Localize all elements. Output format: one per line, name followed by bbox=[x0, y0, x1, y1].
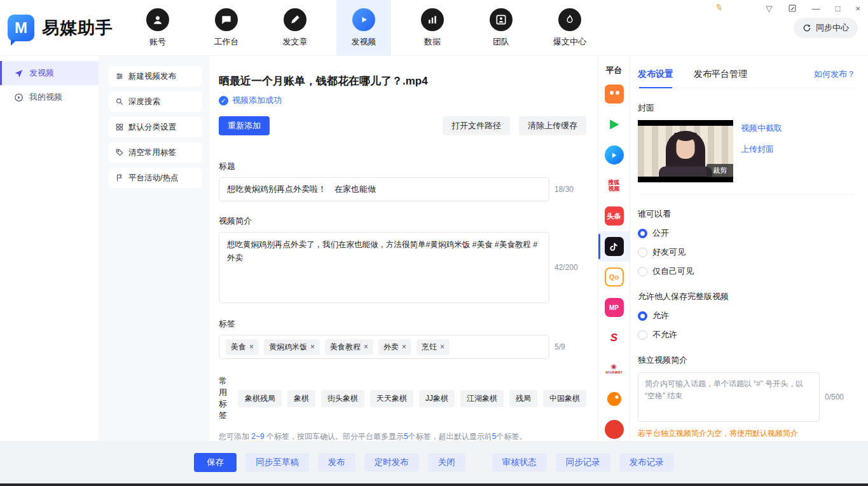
sync-records-button[interactable]: 同步记录 bbox=[556, 453, 610, 472]
clear-common-tags-button[interactable]: 清空常用标签 bbox=[109, 142, 202, 163]
tag-remove-icon[interactable]: × bbox=[249, 342, 254, 351]
crop-button[interactable]: 裁剪 bbox=[706, 164, 733, 177]
platform-huawei[interactable]: ❀HUAWEI bbox=[598, 353, 630, 384]
tab-platform-management[interactable]: 发布平台管理 bbox=[694, 69, 747, 80]
search-icon bbox=[115, 97, 124, 106]
default-category-button[interactable]: 默认分类设置 bbox=[109, 117, 202, 137]
common-tag-chip[interactable]: 中国象棋 bbox=[543, 390, 586, 407]
review-status-button[interactable]: 审核状态 bbox=[492, 453, 547, 472]
minimize-button[interactable]: — bbox=[812, 4, 820, 13]
platform-dayu[interactable] bbox=[598, 384, 630, 414]
chat-icon bbox=[215, 8, 238, 31]
common-tag-chip[interactable]: 残局 bbox=[509, 390, 537, 407]
platform-sina[interactable]: S bbox=[598, 323, 630, 353]
sync-center-button[interactable]: 同步中心 bbox=[794, 18, 858, 38]
window-bottom-edge bbox=[0, 483, 868, 486]
allow-save-option-allow[interactable]: 允许 bbox=[638, 310, 855, 321]
tag-remove-icon[interactable]: × bbox=[364, 342, 368, 351]
capture-from-video-link[interactable]: 视频中截取 bbox=[741, 123, 782, 134]
huawei-icon: ❀HUAWEI bbox=[605, 359, 624, 378]
maximize-button[interactable]: □ bbox=[836, 4, 841, 13]
readd-button[interactable]: 重新添加 bbox=[219, 116, 270, 135]
tag-label: 烹饪 bbox=[422, 342, 437, 353]
tags-input[interactable]: 美食× 黄焖鸡米饭× 美食教程× 外卖× 烹饪× bbox=[219, 335, 549, 359]
nav-label: 发文章 bbox=[283, 36, 308, 48]
radio-label: 公开 bbox=[652, 227, 669, 239]
tag-remove-icon[interactable]: × bbox=[310, 342, 315, 351]
kuaishou-icon bbox=[605, 84, 624, 104]
common-tag-chip[interactable]: 江湖象棋 bbox=[460, 390, 504, 407]
save-button[interactable]: 保存 bbox=[194, 453, 237, 472]
new-video-publish-button[interactable]: 新建视频发布 bbox=[109, 66, 202, 86]
allow-save-label: 允许他人保存完整版视频 bbox=[638, 291, 855, 302]
platform-qq[interactable]: Qo bbox=[598, 262, 630, 292]
common-tag-chip[interactable]: JJ象棋 bbox=[419, 390, 455, 407]
network-status-icon[interactable]: ▽ bbox=[766, 4, 773, 13]
common-tag-chip[interactable]: 象棋 bbox=[287, 390, 315, 407]
clear-upload-cache-button[interactable]: 清除上传缓存 bbox=[519, 116, 586, 135]
cover-thumbnail[interactable]: 裁剪 bbox=[638, 120, 733, 182]
platform-kuaishou[interactable] bbox=[598, 79, 630, 109]
tag-remove-icon[interactable]: × bbox=[402, 342, 406, 351]
platform-douyin[interactable] bbox=[598, 231, 630, 262]
video-file-title: 晒最近一个月账单，钱都花在哪儿了？.mp4 bbox=[219, 74, 586, 88]
radio-label: 仅自己可见 bbox=[652, 266, 694, 277]
sidebar-item-my-videos[interactable]: 我的视频 bbox=[0, 85, 99, 109]
platform-sohu-video[interactable]: 搜狐视频 bbox=[598, 170, 630, 201]
edit-note-icon[interactable] bbox=[788, 4, 797, 13]
sidebar-item-publish-video[interactable]: 发视频 bbox=[0, 61, 99, 85]
platform-activity-button[interactable]: 平台活动/热点 bbox=[109, 168, 202, 188]
nav-workbench[interactable]: 工作台 bbox=[199, 0, 254, 55]
scheduled-publish-button[interactable]: 定时发布 bbox=[364, 453, 419, 472]
title-input[interactable] bbox=[219, 177, 549, 201]
nav-label: 发视频 bbox=[352, 36, 376, 48]
allow-save-option-deny[interactable]: 不允许 bbox=[638, 329, 855, 341]
close-editor-button[interactable]: 关闭 bbox=[428, 453, 465, 472]
radio-icon[interactable] bbox=[638, 267, 647, 276]
content-area: 发视频 我的视频 新建视频发布 深度搜索 默认分类设置 清空常用标签 平台活动/… bbox=[0, 56, 868, 441]
upload-cover-link[interactable]: 上传封面 bbox=[741, 144, 782, 155]
publish-button[interactable]: 发布 bbox=[318, 453, 355, 472]
common-tag-chip[interactable]: 象棋残局 bbox=[238, 390, 282, 407]
nav-hot-center[interactable]: 爆文中心 bbox=[542, 0, 597, 55]
tab-publish-settings[interactable]: 发布设置 bbox=[638, 69, 673, 80]
tag-chip: 美食× bbox=[226, 339, 259, 355]
nav-data[interactable]: 数据 bbox=[405, 0, 460, 55]
left-sidebar: 发视频 我的视频 bbox=[0, 56, 99, 441]
common-tag-chip[interactable]: 街头象棋 bbox=[321, 390, 364, 407]
platform-haokan[interactable] bbox=[598, 140, 630, 170]
visibility-option-private[interactable]: 仅自己可见 bbox=[638, 266, 855, 277]
send-icon bbox=[14, 69, 24, 78]
open-file-path-button[interactable]: 打开文件路径 bbox=[443, 116, 510, 135]
independent-desc-textarea[interactable] bbox=[638, 372, 820, 422]
tag-remove-icon[interactable]: × bbox=[440, 342, 444, 351]
toutiao-icon: 头条 bbox=[605, 206, 624, 226]
nav-publish-article[interactable]: 发文章 bbox=[268, 0, 322, 55]
nav-account[interactable]: 账号 bbox=[130, 0, 185, 55]
visibility-option-friends[interactable]: 好友可见 bbox=[638, 246, 855, 258]
sync-to-draft-button[interactable]: 同步至草稿 bbox=[245, 453, 309, 472]
quick-action-label: 平台活动/热点 bbox=[128, 173, 178, 184]
nav-team[interactable]: 团队 bbox=[474, 0, 528, 55]
common-tag-chip[interactable]: 天天象棋 bbox=[370, 390, 413, 407]
visibility-option-public[interactable]: 公开 bbox=[638, 227, 855, 239]
how-to-publish-link[interactable]: 如何发布？ bbox=[814, 69, 855, 80]
radio-icon[interactable] bbox=[638, 248, 647, 257]
nav-publish-video[interactable]: 发视频 bbox=[336, 0, 391, 55]
platform-meipai[interactable]: MP bbox=[598, 292, 630, 323]
common-tags-label: 常用标签 bbox=[219, 375, 233, 421]
radio-icon[interactable] bbox=[638, 330, 647, 340]
description-textarea[interactable] bbox=[219, 232, 549, 303]
close-button[interactable]: × bbox=[855, 4, 860, 13]
deep-search-button[interactable]: 深度搜索 bbox=[109, 91, 202, 112]
platform-more[interactable] bbox=[598, 414, 630, 441]
iqiyi-icon bbox=[605, 115, 624, 134]
tag-label: 美食 bbox=[231, 342, 246, 353]
publish-records-button[interactable]: 发布记录 bbox=[619, 453, 674, 472]
nav-label: 数据 bbox=[424, 36, 441, 48]
radio-checked-icon[interactable] bbox=[638, 229, 647, 238]
platform-toutiao[interactable]: 头条 bbox=[598, 201, 630, 231]
footer-primary-group: 保存 同步至草稿 发布 定时发布 关闭 bbox=[194, 453, 465, 472]
platform-iqiyi[interactable] bbox=[598, 109, 630, 140]
radio-checked-icon[interactable] bbox=[638, 311, 647, 321]
